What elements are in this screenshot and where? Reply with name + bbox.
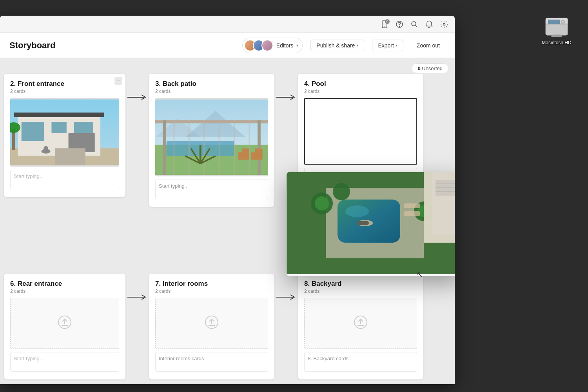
svg-rect-34 xyxy=(155,120,268,123)
card-pool: 4. Pool 2 cards xyxy=(298,74,423,195)
arrow-2-3 xyxy=(125,85,149,109)
svg-rect-19 xyxy=(22,122,44,141)
card-7-subtitle: 2 cards xyxy=(155,289,268,294)
card-7-textarea[interactable]: Interior rooms cards xyxy=(155,352,268,372)
card-3-textarea[interactable]: Start typing . xyxy=(155,180,268,199)
export-chevron-icon: ▾ xyxy=(396,43,397,47)
card-2-subtitle: 2 cards xyxy=(10,89,119,94)
svg-point-62 xyxy=(345,205,369,217)
desktop-area: Macintosh HD xyxy=(525,0,588,392)
settings-icon[interactable] xyxy=(440,20,448,29)
mobile-icon[interactable]: 0 xyxy=(380,20,389,29)
card-4-frame xyxy=(304,98,417,165)
arrow-7-8 xyxy=(274,285,298,309)
card-8-subtitle: 2 cards xyxy=(304,289,417,294)
zoom-out-button[interactable]: Zoom out xyxy=(411,40,445,51)
svg-rect-44 xyxy=(242,149,249,153)
svg-rect-46 xyxy=(255,149,262,153)
svg-rect-20 xyxy=(51,122,66,133)
publish-share-button[interactable]: Publish & share ▾ xyxy=(310,40,364,51)
card-backyard: 8. Backyard 2 cards 8. Backyard cards xyxy=(298,274,423,379)
card-3-image xyxy=(155,98,268,176)
svg-rect-35 xyxy=(163,120,166,175)
svg-rect-74 xyxy=(436,180,455,196)
card-7-title: 7. Interior rooms xyxy=(155,280,268,288)
svg-rect-45 xyxy=(251,152,263,160)
card-front-entrance: − 2. Front entrance 2 cards xyxy=(4,74,125,197)
card-6-upload[interactable] xyxy=(10,298,119,349)
publish-chevron-icon: ▾ xyxy=(356,43,358,47)
macintosh-hd-icon[interactable]: Macintosh HD xyxy=(542,16,571,45)
card-4-title: 4. Pool xyxy=(304,80,417,88)
minimize-button-2[interactable]: − xyxy=(114,77,122,85)
page-title: Storyboard xyxy=(9,40,55,51)
arrow-6-7 xyxy=(125,285,149,309)
card-7-upload[interactable] xyxy=(155,298,268,349)
avatar-group xyxy=(244,40,273,51)
export-button[interactable]: Export ▾ xyxy=(372,40,403,51)
card-6-textarea[interactable] xyxy=(10,352,119,372)
editors-button[interactable]: Editors ▾ xyxy=(242,38,303,53)
search-icon[interactable] xyxy=(410,20,419,29)
card-2-image xyxy=(10,98,119,167)
svg-rect-7 xyxy=(551,35,562,37)
upload-icon-6 xyxy=(58,315,72,332)
card-4-subtitle: 2 cards xyxy=(304,89,417,94)
top-bar: 0 xyxy=(0,16,455,33)
svg-point-63 xyxy=(357,220,373,226)
storyboard-row-2: 6. Rear entrance 2 cards xyxy=(4,274,423,379)
upload-icon-8 xyxy=(354,315,368,332)
svg-rect-3 xyxy=(548,20,560,24)
card-2-textarea[interactable] xyxy=(10,170,119,189)
card-8-upload[interactable] xyxy=(304,298,417,349)
card-6-title: 6. Rear entrance xyxy=(10,280,119,288)
svg-point-5 xyxy=(562,21,564,23)
svg-rect-23 xyxy=(55,148,85,165)
svg-rect-36 xyxy=(258,120,261,175)
card-3-subtitle: 2 cards xyxy=(155,89,268,94)
card-2-title: 2. Front entrance xyxy=(10,80,119,88)
hd-label: Macintosh HD xyxy=(542,40,571,45)
svg-line-13 xyxy=(416,25,417,27)
avatar-3 xyxy=(261,40,273,51)
mobile-badge: 0 xyxy=(385,19,390,24)
svg-point-14 xyxy=(443,23,445,25)
svg-rect-18 xyxy=(14,113,104,117)
card-back-patio: 3. Back patio 2 cards xyxy=(149,74,274,207)
svg-rect-43 xyxy=(238,152,249,160)
card-8-textarea[interactable]: 8. Backyard cards xyxy=(304,352,417,372)
svg-rect-72 xyxy=(424,172,455,243)
svg-rect-64 xyxy=(357,221,369,225)
unsorted-count: 0 xyxy=(417,65,420,71)
card-rear-entrance: 6. Rear entrance 2 cards xyxy=(4,274,125,379)
storyboard-row-1: − 2. Front entrance 2 cards xyxy=(4,74,423,207)
svg-point-12 xyxy=(412,22,416,26)
unsorted-label: Unsorted xyxy=(422,65,443,71)
card-6-subtitle: 2 cards xyxy=(10,289,119,294)
header: Storyboard Editors ▾ Publish & share ▾ E… xyxy=(0,33,455,58)
editors-label: Editors xyxy=(276,42,294,49)
card-8-title: 8. Backyard xyxy=(304,280,417,288)
svg-rect-73 xyxy=(432,172,455,235)
card-4-textarea[interactable] xyxy=(304,168,417,187)
notification-icon[interactable] xyxy=(425,20,434,29)
card-3-title: 3. Back patio xyxy=(155,80,268,88)
arrow-3-4 xyxy=(274,85,298,109)
upload-icon-7 xyxy=(205,315,219,332)
unsorted-badge: 0 Unsorted xyxy=(412,64,448,73)
svg-point-11 xyxy=(399,26,400,27)
app-window: 0 St xyxy=(0,16,455,384)
svg-rect-71 xyxy=(404,211,420,216)
svg-point-27 xyxy=(44,146,48,151)
hd-disk-image xyxy=(545,16,568,38)
svg-point-69 xyxy=(418,205,430,217)
editors-chevron-icon: ▾ xyxy=(296,43,298,47)
card-interior-rooms: 7. Interior rooms 2 cards Interior rooms… xyxy=(149,274,274,379)
content-area: 0 Unsorted − 2. Front entrance 2 cards xyxy=(0,58,455,384)
help-icon[interactable] xyxy=(395,20,404,29)
